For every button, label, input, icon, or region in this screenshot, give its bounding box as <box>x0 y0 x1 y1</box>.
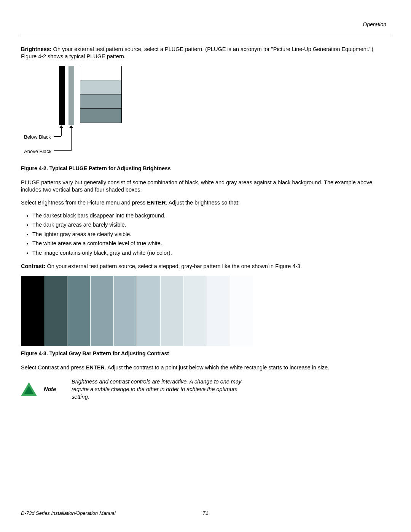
arrow-line <box>61 127 62 136</box>
pluge-box-3 <box>80 94 121 109</box>
arrow-head-icon <box>69 125 73 128</box>
contrast-text: On your external test pattern source, se… <box>45 263 302 269</box>
enter-key: ENTER <box>147 200 166 206</box>
pluge-description: PLUGE patterns vary but generally consis… <box>21 179 390 194</box>
bullet-item: The lighter gray areas are clearly visib… <box>32 231 390 238</box>
gray-bar-figure <box>21 276 253 346</box>
gray-bar-segment <box>161 276 184 346</box>
pluge-box-4 <box>80 109 121 123</box>
arrow-line <box>71 127 72 151</box>
brightness-label: Brightness: <box>21 46 52 52</box>
note-label: Note <box>44 386 65 393</box>
bullet-item: The white areas are a comfortable level … <box>32 240 390 248</box>
figure-4-3-caption: Figure 4-3. Typical Gray Bar Pattern for… <box>21 350 390 357</box>
brightness-text: On your external test pattern source, se… <box>21 46 373 60</box>
page-footer: D-73d Series Installation/Operation Manu… <box>21 510 390 517</box>
header-rule <box>21 36 390 36</box>
pluge-bar-gray <box>68 66 74 125</box>
gray-bar-segment <box>91 276 114 346</box>
figure-4-2-caption: Figure 4-2. Typical PLUGE Pattern for Ad… <box>21 165 390 172</box>
contrast-label: Contrast: <box>21 263 45 269</box>
pluge-boxes <box>80 66 122 123</box>
pluge-figure: Below Black Above Black <box>21 66 147 161</box>
pluge-box-2 <box>80 80 121 94</box>
pluge-box-1 <box>80 66 121 80</box>
warning-triangle-icon <box>21 382 37 397</box>
text-pre: Select Contrast and press <box>21 364 86 371</box>
gray-bar-segment <box>230 276 253 346</box>
gray-bar-segment <box>21 276 44 346</box>
select-contrast-instruction: Select Contrast and press ENTER. Adjust … <box>21 364 390 372</box>
enter-key: ENTER <box>86 364 105 371</box>
text-pre: Select Brightness from the Picture menu … <box>21 200 147 206</box>
gray-bar-segment <box>184 276 207 346</box>
below-black-label: Below Black <box>24 134 51 141</box>
pluge-bar-black <box>59 66 65 125</box>
gray-bar-segment <box>44 276 67 346</box>
contrast-intro: Contrast: On your external test pattern … <box>21 263 390 270</box>
bullet-item: The dark gray areas are barely visible. <box>32 221 390 229</box>
gray-bar-segment <box>114 276 137 346</box>
gray-bar-segment <box>137 276 160 346</box>
bullet-item: The darkest black bars disappear into th… <box>32 212 390 220</box>
gray-bar-segment <box>67 276 91 346</box>
above-black-label: Above Black <box>24 148 51 155</box>
bullet-item: The image contains only black, gray and … <box>32 249 390 257</box>
note-text: Brightness and contrast controls are int… <box>72 378 247 401</box>
page-number: 71 <box>203 510 208 517</box>
select-brightness-instruction: Select Brightness from the Picture menu … <box>21 199 390 207</box>
section-header: Operation <box>21 21 390 28</box>
arrow-line <box>54 136 61 137</box>
text-post: . Adjust the brightness so that: <box>166 200 239 206</box>
text-post: . Adjust the contrast to a point just be… <box>105 364 329 371</box>
gray-bar-segment <box>207 276 230 346</box>
manual-title: D-73d Series Installation/Operation Manu… <box>21 510 116 517</box>
arrow-line <box>54 150 72 151</box>
arrow-head-icon <box>59 125 63 128</box>
note-block: Note Brightness and contrast controls ar… <box>21 378 390 401</box>
brightness-bullets: The darkest black bars disappear into th… <box>32 212 390 257</box>
brightness-intro: Brightness: On your external test patter… <box>21 46 390 61</box>
